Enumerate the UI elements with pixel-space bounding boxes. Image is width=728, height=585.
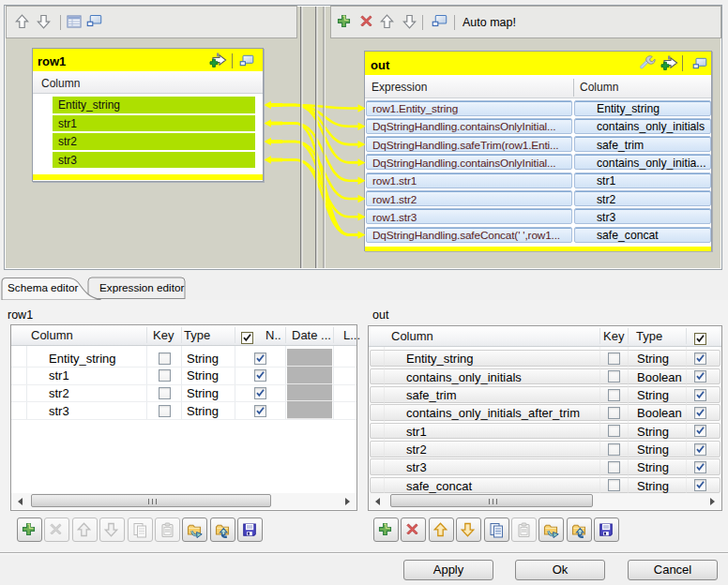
svg-text:Schema editor: Schema editor: [8, 281, 78, 293]
svg-text:Expression editor: Expression editor: [99, 281, 184, 293]
